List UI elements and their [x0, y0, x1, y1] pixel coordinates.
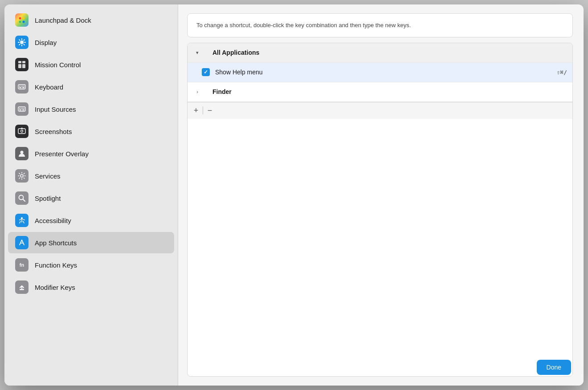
sidebar-item-services[interactable]: Services	[8, 165, 174, 187]
svg-point-0	[19, 17, 21, 20]
svg-line-10	[24, 45, 24, 45]
expand-all-applications[interactable]: ▾	[193, 48, 202, 57]
svg-line-37	[23, 199, 25, 202]
svg-point-4	[20, 41, 24, 44]
svg-rect-29	[19, 110, 21, 110]
svg-line-11	[24, 40, 24, 40]
instruction-box: To change a shortcut, double-click the k…	[187, 13, 573, 37]
svg-rect-17	[18, 85, 25, 89]
toolbar-divider	[203, 106, 203, 114]
sidebar-item-label: Display	[35, 39, 57, 46]
sidebar-item-keyboard[interactable]: Keyboard	[8, 76, 174, 98]
sidebar-item-modifier[interactable]: Modifier Keys	[8, 276, 174, 298]
sidebar-item-label: Spotlight	[35, 195, 61, 202]
app-shortcuts-icon	[15, 236, 29, 249]
svg-rect-13	[18, 61, 21, 63]
svg-rect-26	[21, 108, 22, 109]
sidebar-item-screenshots[interactable]: Screenshots	[8, 121, 174, 142]
all-applications-label: All Applications	[212, 49, 567, 56]
sidebar-item-presenter[interactable]: Presenter Overlay	[8, 143, 174, 164]
sidebar-item-function[interactable]: fn Function Keys	[8, 254, 174, 276]
modifier-icon	[15, 280, 29, 294]
sidebar-item-mission[interactable]: Mission Control	[8, 54, 174, 75]
sidebar-item-display[interactable]: Display	[8, 32, 174, 53]
svg-rect-27	[22, 108, 23, 109]
sidebar: Launchpad & Dock Display	[4, 4, 178, 386]
function-icon: fn	[15, 258, 29, 272]
svg-point-3	[23, 21, 25, 23]
sidebar-item-label: Mission Control	[35, 61, 81, 69]
sidebar-item-accessibility[interactable]: Accessibility	[8, 210, 174, 231]
sidebar-item-input[interactable]: Input Sources	[8, 98, 174, 120]
done-button[interactable]: Done	[537, 360, 571, 375]
sidebar-item-label: Screenshots	[35, 128, 72, 135]
svg-rect-15	[18, 64, 21, 68]
svg-rect-16	[22, 64, 25, 68]
svg-rect-39	[20, 289, 24, 290]
toolbar-row: + −	[188, 102, 572, 119]
finder-row[interactable]: › Finder	[188, 82, 572, 102]
finder-label: Finder	[212, 88, 567, 95]
services-icon	[15, 169, 29, 183]
screenshots-icon	[15, 125, 29, 138]
instruction-text: To change a shortcut, double-click the k…	[196, 21, 564, 30]
remove-shortcut-button[interactable]: −	[204, 105, 216, 116]
show-help-menu-label: Show Help menu	[215, 69, 557, 76]
window: Launchpad & Dock Display	[4, 4, 584, 386]
svg-rect-23	[22, 87, 24, 88]
main-content: To change a shortcut, double-click the k…	[178, 4, 584, 386]
svg-point-2	[19, 21, 21, 23]
mission-icon	[15, 58, 29, 71]
keyboard-icon	[15, 80, 29, 93]
sidebar-item-label: Modifier Keys	[35, 284, 75, 291]
shortcut-table: ▾ All Applications ▾ ✓ Show Help menu ⇧⌘…	[187, 43, 573, 377]
sidebar-item-label: Function Keys	[35, 261, 77, 269]
svg-rect-25	[19, 108, 20, 109]
add-shortcut-button[interactable]: +	[190, 105, 202, 116]
show-help-menu-shortcut: ⇧⌘/	[557, 69, 567, 76]
svg-rect-20	[22, 86, 23, 87]
svg-rect-22	[19, 87, 21, 88]
svg-point-34	[20, 151, 24, 154]
sidebar-item-app-shortcuts[interactable]: App Shortcuts	[8, 232, 174, 253]
checkmark-icon: ✓	[204, 69, 208, 75]
accessibility-icon	[15, 214, 29, 227]
sidebar-item-label: Services	[35, 172, 61, 180]
svg-rect-33	[21, 128, 23, 129]
launchpad-icon	[15, 13, 29, 27]
presenter-icon	[15, 147, 29, 160]
svg-point-1	[23, 17, 25, 20]
sidebar-item-spotlight[interactable]: Spotlight	[8, 187, 174, 209]
svg-rect-30	[22, 110, 24, 110]
sidebar-item-label: Accessibility	[35, 217, 71, 224]
input-icon	[15, 102, 29, 116]
show-help-menu-row[interactable]: ▾ ✓ Show Help menu ⇧⌘/	[188, 63, 572, 82]
sidebar-item-launchpad[interactable]: Launchpad & Dock	[8, 9, 174, 31]
svg-line-12	[19, 45, 20, 45]
sidebar-item-label: Launchpad & Dock	[35, 16, 91, 24]
svg-point-35	[20, 175, 23, 177]
svg-point-38	[21, 217, 23, 219]
display-icon	[15, 36, 29, 49]
sidebar-item-label: Input Sources	[35, 106, 76, 113]
svg-point-32	[21, 130, 23, 132]
expand-finder[interactable]: ›	[193, 87, 202, 96]
svg-rect-21	[24, 86, 24, 87]
svg-rect-28	[24, 108, 24, 109]
svg-line-9	[19, 40, 20, 40]
svg-rect-14	[22, 61, 25, 63]
svg-rect-19	[21, 86, 22, 87]
all-applications-row[interactable]: ▾ All Applications	[188, 43, 572, 63]
svg-rect-31	[18, 129, 25, 134]
svg-rect-24	[18, 107, 25, 111]
sidebar-item-label: App Shortcuts	[35, 239, 77, 247]
show-help-menu-checkbox[interactable]: ✓	[202, 68, 210, 76]
sidebar-item-label: Presenter Overlay	[35, 150, 89, 158]
spotlight-icon	[15, 191, 29, 205]
svg-rect-18	[19, 86, 20, 87]
sidebar-item-label: Keyboard	[35, 83, 63, 91]
